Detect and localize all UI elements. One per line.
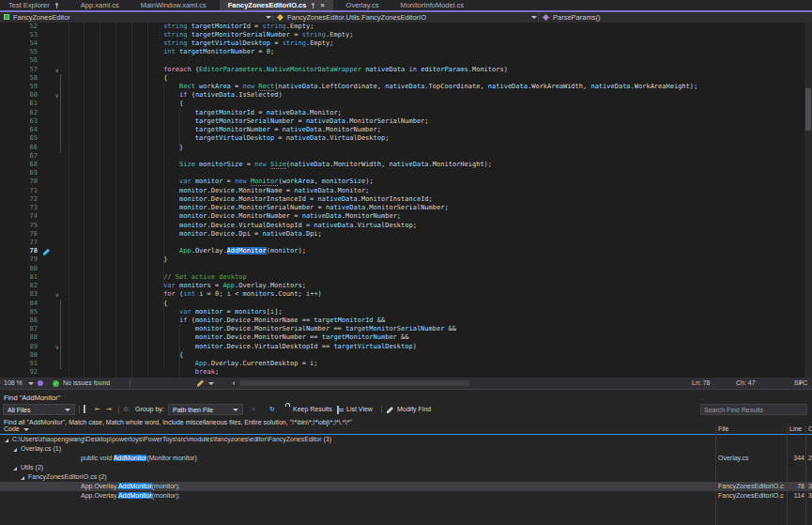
keep-results-button[interactable]: Keep Results [293, 406, 332, 412]
code-line[interactable]: 86 if (monitor.Device.MonitorName == tar… [0, 317, 812, 325]
code-line[interactable]: 90 { [0, 351, 812, 360]
result-match-row[interactable]: public void AddMonitor(Monitor monitor)O… [0, 454, 812, 463]
code-line[interactable]: 91 App.Overlay.CurrentDesktop = i; [0, 360, 812, 368]
code-line[interactable]: 74 monitor.Device.MonitorNumber = native… [0, 212, 812, 221]
fold-collapse-icon[interactable]: ∨ [55, 66, 59, 74]
code-line[interactable]: 63 targetMonitorSerialNumber = nativeDat… [0, 117, 812, 126]
refresh-icon[interactable]: ↻ [269, 406, 275, 413]
tab-fancyzoneseditorio-cs[interactable]: FancyZonesEditorIO.cs× [220, 0, 333, 10]
list-view-icon[interactable] [337, 406, 339, 414]
code-line[interactable]: 53 string targetMonitorSerialNumber = st… [0, 31, 812, 39]
issues-status[interactable]: No issues found [63, 379, 110, 386]
horizontal-scrollbar[interactable] [240, 380, 469, 386]
expander-icon[interactable] [13, 448, 17, 452]
code-line[interactable]: 67 [0, 152, 812, 161]
code-line[interactable]: 71 monitor.Device.MonitorName = nativeDa… [0, 187, 812, 195]
copy-icon[interactable] [84, 405, 85, 413]
expander-icon[interactable] [21, 476, 24, 480]
search-find-results-input[interactable] [700, 404, 807, 415]
member-dropdown[interactable]: ParseParams() [544, 12, 600, 23]
code-line[interactable]: 87 monitor.Device.MonitorSerialNumber ==… [0, 325, 812, 333]
code-line[interactable]: 84 { [0, 300, 812, 308]
code-line[interactable]: 54 string targetVirtualDesktop = string.… [0, 39, 812, 48]
column-header-line[interactable]: Line [789, 425, 802, 432]
code-line[interactable]: 88 monitor.Device.MonitorNumber == targe… [0, 333, 812, 342]
code-line[interactable]: 55 int targetMonitorNumber = 0; [0, 48, 812, 56]
code-line[interactable]: 66 } [0, 144, 812, 152]
code-line[interactable]: 83∨ for (int i = 0; i < monitors.Count; … [0, 290, 812, 299]
code-line[interactable]: 56 [0, 56, 812, 65]
result-match-row[interactable]: App.Overlay.AddMonitor(monitor);FancyZon… [0, 491, 812, 501]
pin-icon[interactable] [311, 3, 315, 8]
code-line[interactable]: 82 var monitors = App.Overlay.Monitors; [0, 282, 812, 290]
code-line[interactable]: 52 string targetMonitorId = string.Empty… [0, 23, 812, 31]
expander-icon[interactable] [13, 467, 17, 471]
code-line[interactable]: 61 { [0, 100, 812, 108]
fold-collapse-icon[interactable]: ∨ [55, 343, 59, 351]
modify-find-pencil-icon[interactable] [387, 407, 393, 413]
result-group-row[interactable]: FancyZonesEditorIO.cs (2) [0, 472, 812, 482]
code-line[interactable]: 85 var monitor = monitors[i]; [0, 308, 812, 317]
zoom-level[interactable]: 108 % [4, 379, 23, 386]
modify-find-button[interactable]: Modify Find [397, 406, 431, 412]
next-location-icon[interactable]: ⇥ [106, 406, 112, 413]
scope-dropdown[interactable]: All Files [3, 404, 75, 415]
result-group-row[interactable]: C:\Users\zhaopengwang\Desktop\powertoys\… [0, 435, 812, 444]
space-mode-indicator[interactable]: SPC [794, 379, 807, 386]
pin-icon[interactable] [54, 3, 59, 8]
code-line[interactable]: 81 // Set active desktop [0, 273, 812, 282]
code-filter-dropdown[interactable]: Code [4, 425, 20, 432]
code-line[interactable]: 73 monitor.Device.MonitorSerialNumber = … [0, 204, 812, 212]
chevron-down-icon[interactable] [208, 382, 214, 385]
code-line[interactable]: 92 break; [0, 368, 812, 377]
code-line[interactable]: 76 monitor.Device.Dpi = nativeData.Dpi; [0, 230, 812, 239]
scroll-left-icon[interactable] [232, 381, 235, 385]
result-match-row[interactable]: App.Overlay.AddMonitor(monitor);FancyZon… [0, 482, 812, 491]
result-group-row[interactable]: Utils (2) [0, 463, 812, 472]
code-line[interactable]: 69 [0, 169, 812, 178]
type-dropdown[interactable]: FancyZonesEditor.Utils.FancyZonesEditorI… [278, 12, 426, 23]
clear-all-icon[interactable]: ⚙ [123, 406, 129, 413]
stop-search-icon[interactable]: × [252, 406, 255, 412]
code-line[interactable]: 75 monitor.Device.VirtualDesktopId = nat… [0, 222, 812, 230]
chevron-down-icon[interactable] [23, 428, 29, 431]
column-header-file[interactable]: File [718, 425, 728, 432]
scrollbar-thumb[interactable] [805, 88, 811, 131]
chevron-down-icon[interactable] [266, 16, 271, 19]
code-line[interactable]: 58 { [0, 74, 812, 83]
fold-collapse-icon[interactable]: ∨ [55, 91, 59, 100]
vertical-scrollbar[interactable] [804, 23, 812, 378]
code-line[interactable]: 70 var monitor = new Monitor(workArea, m… [0, 178, 812, 186]
code-editor[interactable]: 52 string targetMonitorId = string.Empty… [0, 23, 812, 378]
code-line[interactable]: 64 targetMonitorNumber = nativeData.Moni… [0, 126, 812, 134]
tab-app-xaml-cs[interactable]: App.xaml.cs [72, 0, 128, 10]
code-line[interactable]: 57∨ foreach (EditorParameters.NativeMoni… [0, 66, 812, 74]
previous-location-icon[interactable]: ⇤ [95, 406, 100, 413]
fold-collapse-icon[interactable]: ∨ [55, 290, 59, 299]
chevron-down-icon[interactable] [28, 382, 34, 385]
code-line[interactable]: 62 targetMonitorId = nativeData.Monitor; [0, 109, 812, 117]
presence-icon[interactable] [38, 380, 43, 386]
code-line[interactable]: 59 Rect workArea = new Rect(nativeData.L… [0, 83, 812, 91]
column-header-col[interactable]: Col [808, 425, 812, 432]
tab-test-explorer[interactable]: Test Explorer [0, 0, 68, 10]
tab-mainwindow-xaml-cs[interactable]: MainWindow.xaml.cs [132, 0, 215, 10]
code-line[interactable]: 78 App.Overlay.AddMonitor(monitor); [0, 247, 812, 255]
code-line[interactable]: 89∨ monitor.Device.VirtualDesktopId == t… [0, 343, 812, 351]
expander-icon[interactable] [5, 439, 8, 442]
quick-actions-pencil-icon[interactable] [197, 380, 204, 387]
result-group-row[interactable]: Overlay.cs (1) [0, 444, 812, 454]
code-line[interactable]: 77 [0, 239, 812, 247]
code-line[interactable]: 68 Size monitorSize = new Size(nativeDat… [0, 161, 812, 169]
code-line[interactable]: 72 monitor.Device.MonitorInstanceId = na… [0, 195, 812, 204]
tab-monitorinfomodel-cs[interactable]: MonitorInfoModel.cs [391, 0, 472, 10]
chevron-down-icon[interactable] [531, 16, 537, 19]
list-view-button[interactable]: List View [346, 406, 373, 412]
tab-overlay-cs[interactable]: Overlay.cs [338, 0, 388, 10]
code-line[interactable]: 79 } [0, 255, 812, 264]
code-line[interactable]: 60∨ if (nativeData.IsSelected) [0, 91, 812, 100]
group-by-dropdown[interactable]: Path then File [168, 404, 243, 415]
code-line[interactable]: 80 [0, 265, 812, 273]
project-dropdown[interactable]: FancyZonesEditor [4, 12, 70, 23]
code-line[interactable]: 65 targetVirtualDesktop = nativeData.Vir… [0, 134, 812, 143]
